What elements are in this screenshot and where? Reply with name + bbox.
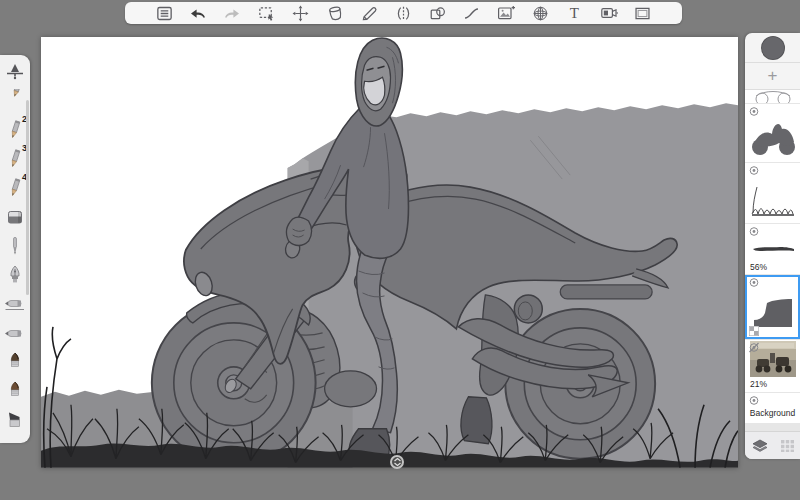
brush-marker-flat-1[interactable] xyxy=(1,289,29,318)
add-layer-label: + xyxy=(768,66,778,86)
round-brush-icon xyxy=(3,350,27,374)
shapes-button[interactable] xyxy=(427,3,449,23)
transform-move-icon xyxy=(291,4,310,23)
transform-button[interactable] xyxy=(290,3,312,23)
current-color-puck[interactable] xyxy=(761,36,785,60)
brush-pencil-2[interactable]: 2 xyxy=(1,115,29,144)
image-plus-icon xyxy=(496,3,516,23)
brush-tool-button[interactable] xyxy=(358,3,380,23)
flat-marker-icon xyxy=(3,321,27,345)
import-image-button[interactable] xyxy=(495,3,517,23)
color-section xyxy=(745,33,800,63)
fill-button[interactable] xyxy=(324,3,346,23)
brush-paint-round-1[interactable] xyxy=(1,347,29,376)
brush-airbrush[interactable] xyxy=(1,57,29,86)
brush-angled-shader[interactable] xyxy=(1,405,29,434)
pencil-tip-icon xyxy=(3,89,27,113)
brush-ballpoint[interactable] xyxy=(1,231,29,260)
layer-grass-sketch[interactable] xyxy=(745,163,800,223)
artwork-sketch xyxy=(41,37,738,468)
layer-visibility-eye-icon[interactable] xyxy=(747,164,761,176)
undo-icon xyxy=(188,3,208,23)
ink-nib-icon xyxy=(3,263,27,287)
brush-panel: 2 3 4 xyxy=(0,55,30,443)
selection-button[interactable] xyxy=(256,3,278,23)
fill-paint-can-icon xyxy=(326,4,345,23)
layer-visibility-eye-icon[interactable] xyxy=(747,276,761,288)
brush-pencil-4[interactable]: 4 xyxy=(1,173,29,202)
layer-thumbnail xyxy=(750,116,796,158)
brush-eraser[interactable] xyxy=(1,202,29,231)
top-toolbar: T xyxy=(125,2,682,24)
drawing-canvas[interactable] xyxy=(41,37,738,468)
shapes-icon xyxy=(428,4,447,23)
perspective-sphere-icon xyxy=(531,4,550,23)
layer-thumbnail xyxy=(750,236,796,260)
undo-button[interactable] xyxy=(187,3,209,23)
menu-button[interactable] xyxy=(153,3,175,23)
camera-button[interactable] xyxy=(598,3,620,23)
layer-bike-silhouette[interactable] xyxy=(745,104,800,162)
layer-visibility-eye-icon[interactable] xyxy=(747,225,761,237)
ballpoint-pen-icon xyxy=(3,234,27,258)
layer-thumbnail xyxy=(750,175,796,219)
text-tool-button[interactable]: T xyxy=(563,3,585,23)
text-tool-icon: T xyxy=(570,6,579,21)
canvas-frame-icon xyxy=(633,4,652,23)
redo-icon xyxy=(222,3,242,23)
layer-wall-shape-selected[interactable] xyxy=(745,275,800,339)
brush-paint-round-2[interactable] xyxy=(1,376,29,405)
layer-list: 56% 21% Background xyxy=(745,90,800,431)
brush-marker-flat-2[interactable] xyxy=(1,318,29,347)
background-layer-label: Background xyxy=(745,407,800,419)
layer-visibility-eye-icon[interactable] xyxy=(747,394,761,406)
brush-pencil-3[interactable]: 3 xyxy=(1,144,29,173)
layer-ground-line[interactable]: 56% xyxy=(745,224,800,274)
selection-icon xyxy=(257,4,276,23)
canvas-frame-button[interactable] xyxy=(632,3,654,23)
curve-icon xyxy=(462,4,481,23)
layers-panel: + 56% xyxy=(745,33,800,459)
flat-marker-icon xyxy=(3,292,27,316)
menu-icon xyxy=(155,4,174,23)
add-layer-button[interactable]: + xyxy=(745,63,800,90)
airbrush-icon xyxy=(3,60,27,84)
app-window: T xyxy=(0,0,800,500)
chevron-updown-icon xyxy=(393,457,402,467)
layer-reference-photo-hidden[interactable]: 21% xyxy=(745,340,800,392)
redo-button[interactable] xyxy=(221,3,243,23)
grid-icon xyxy=(780,439,795,452)
layers-stack-icon xyxy=(751,439,769,453)
perspective-button[interactable] xyxy=(529,3,551,23)
pencil-icon xyxy=(360,4,379,23)
layers-panel-footer xyxy=(745,431,800,459)
layer-sketch-partial[interactable] xyxy=(745,90,800,103)
canvas-expander-chevron[interactable] xyxy=(390,455,404,469)
brush-ink-nib[interactable] xyxy=(1,260,29,289)
brush-panel-scrollbar[interactable] xyxy=(26,100,29,295)
eraser-icon xyxy=(3,205,27,229)
layer-background[interactable]: Background xyxy=(745,393,800,423)
camera-icon xyxy=(599,3,619,23)
layer-opacity-label: 56% xyxy=(745,262,800,272)
layer-visibility-eye-icon[interactable] xyxy=(747,105,761,117)
layer-visibility-eye-off-icon[interactable] xyxy=(747,341,761,353)
layer-options-button[interactable] xyxy=(751,439,769,453)
symmetry-button[interactable] xyxy=(392,3,414,23)
symmetry-icon xyxy=(394,4,413,23)
angled-shader-icon xyxy=(3,408,27,432)
brush-pencil-partial[interactable] xyxy=(1,86,29,115)
layer-thumbnail xyxy=(750,90,796,103)
gallery-grid-button[interactable] xyxy=(780,439,795,452)
alpha-lock-icon xyxy=(749,326,759,336)
curve-button[interactable] xyxy=(461,3,483,23)
layer-thumbnail xyxy=(750,287,796,331)
round-brush-icon xyxy=(3,379,27,403)
layer-opacity-label: 21% xyxy=(745,379,800,389)
